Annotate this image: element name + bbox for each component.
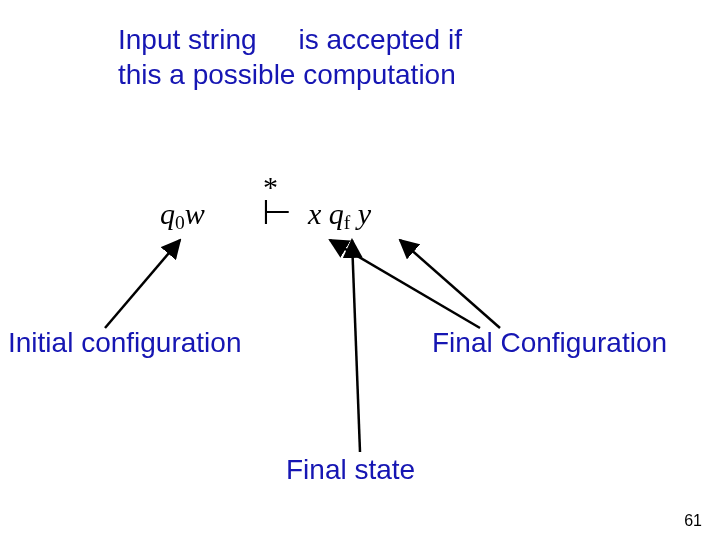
page-number: 61 [684,512,702,530]
formula-w: w [185,197,205,230]
slide: Input stringis accepted if this a possib… [0,0,720,540]
formula-left: q0w [160,197,205,234]
arrow-final-state [352,240,360,452]
arrow-initial [105,240,180,328]
label-initial-configuration: Initial configuration [8,327,241,359]
formula-y: y [358,197,371,230]
label-final-configuration: Final Configuration [432,327,667,359]
arrow-final-right [400,240,500,328]
heading: Input stringis accepted if this a possib… [118,22,618,92]
formula-right: x qf y [308,197,371,234]
heading-line2: this a possible computation [118,59,456,90]
label-final-state: Final state [286,454,415,486]
formula-qf-q: q [329,197,344,230]
heading-part1: Input string [118,24,257,55]
formula-q0-sub: 0 [175,212,185,233]
formula-qf-sub: f [344,212,351,233]
heading-part2: is accepted if [299,24,462,55]
arrow-final-left [330,240,480,328]
formula-x: x [308,197,321,230]
formula-q0-q: q [160,197,175,230]
formula-relation-symbol: ⊢ [262,192,292,232]
